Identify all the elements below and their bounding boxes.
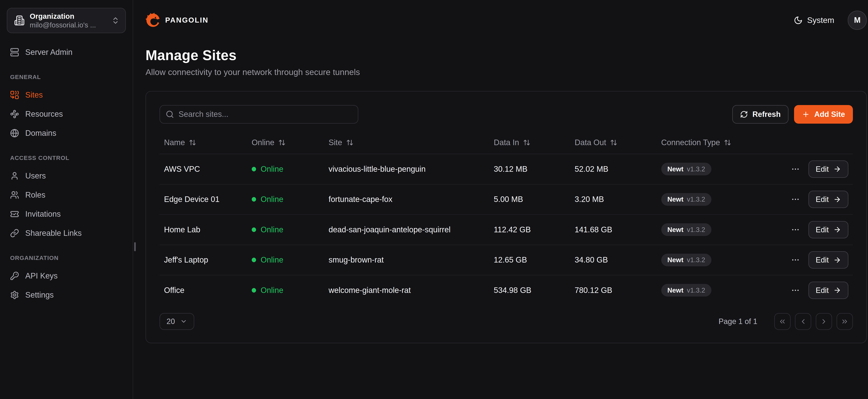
site-name-cell: AWS VPC bbox=[159, 154, 247, 184]
data-in-cell: 534.98 GB bbox=[489, 275, 570, 305]
add-site-button[interactable]: Add Site bbox=[794, 105, 853, 124]
status-badge: Online bbox=[252, 185, 320, 214]
data-in-cell: 30.12 MB bbox=[489, 154, 570, 184]
site-name-cell: Jeff's Laptop bbox=[159, 245, 247, 275]
sidebar-item-api-keys[interactable]: API Keys bbox=[7, 267, 126, 285]
chevrons-right-icon bbox=[841, 317, 848, 326]
sidebar-item-shareable-links[interactable]: Shareable Links bbox=[7, 224, 126, 242]
column-header-online[interactable]: Online bbox=[247, 131, 324, 154]
arrow-right-icon bbox=[833, 195, 841, 203]
arrow-right-icon bbox=[833, 226, 841, 234]
sidebar-item-label: Settings bbox=[25, 290, 54, 300]
sidebar-item-invitations[interactable]: Invitations bbox=[7, 205, 126, 223]
moon-icon bbox=[794, 16, 803, 25]
sidebar-resize-handle[interactable] bbox=[134, 242, 135, 251]
online-dot-icon bbox=[252, 288, 256, 293]
users-icon bbox=[10, 190, 19, 200]
ellipsis-icon bbox=[791, 286, 800, 295]
edit-button[interactable]: Edit bbox=[808, 160, 848, 178]
site-id-cell: smug-brown-rat bbox=[324, 245, 489, 275]
ellipsis-icon bbox=[791, 164, 800, 174]
sidebar-item-label: Invitations bbox=[25, 210, 61, 219]
brand-name: PANGOLIN bbox=[165, 16, 209, 24]
status-badge: Online bbox=[252, 154, 320, 184]
column-header-connection-type[interactable]: Connection Type bbox=[657, 131, 786, 154]
sites-toolbar: Refresh Add Site bbox=[159, 105, 853, 124]
connection-type-badge: Newtv1.3.2 bbox=[661, 284, 711, 297]
column-header-data-out[interactable]: Data Out bbox=[570, 131, 656, 154]
org-switcher-title: Organization bbox=[30, 12, 111, 21]
edit-button[interactable]: Edit bbox=[808, 221, 848, 238]
online-dot-icon bbox=[252, 227, 256, 232]
combine-icon bbox=[10, 90, 19, 99]
edit-button[interactable]: Edit bbox=[808, 282, 848, 299]
sidebar-item-label: Roles bbox=[25, 190, 45, 200]
table-row: AWS VPC Online vivacious-little-blue-pen… bbox=[159, 154, 853, 184]
sidebar-item-label: Sites bbox=[25, 90, 43, 99]
theme-toggle[interactable]: System bbox=[794, 16, 834, 25]
sort-icon bbox=[346, 139, 353, 146]
data-out-cell: 52.02 MB bbox=[570, 154, 656, 184]
refresh-button[interactable]: Refresh bbox=[732, 105, 788, 124]
org-switcher[interactable]: Organization milo@fossorial.io's ... bbox=[7, 8, 126, 33]
sidebar-item-domains[interactable]: Domains bbox=[7, 124, 126, 142]
column-header-name[interactable]: Name bbox=[159, 131, 247, 154]
sidebar-item-label: Server Admin bbox=[25, 48, 72, 57]
waypoints-icon bbox=[10, 110, 19, 119]
main-area: PANGOLIN System M Manage Sites Allow con… bbox=[133, 0, 868, 399]
sidebar-item-roles[interactable]: Roles bbox=[7, 186, 126, 204]
sidebar-item-settings[interactable]: Settings bbox=[7, 286, 126, 304]
status-badge: Online bbox=[252, 215, 320, 245]
plus-icon bbox=[802, 111, 810, 118]
sort-icon bbox=[523, 139, 530, 146]
refresh-icon bbox=[740, 111, 748, 118]
pagination-bar: 20 Page 1 of 1 bbox=[159, 313, 853, 330]
sidebar-item-server-admin[interactable]: Server Admin bbox=[7, 43, 126, 61]
table-header-row: Name Online Site Data In Data Out Connec… bbox=[159, 131, 853, 154]
connection-type-badge: Newtv1.3.2 bbox=[661, 163, 711, 175]
sidebar-item-label: Shareable Links bbox=[25, 229, 82, 238]
building-icon bbox=[14, 15, 25, 26]
row-menu-button[interactable] bbox=[790, 223, 801, 236]
row-menu-button[interactable] bbox=[790, 193, 801, 206]
prev-page-button[interactable] bbox=[795, 313, 811, 330]
search-input[interactable] bbox=[179, 110, 352, 119]
next-page-button[interactable] bbox=[816, 313, 832, 330]
topbar: PANGOLIN System M bbox=[133, 0, 868, 40]
row-menu-button[interactable] bbox=[790, 254, 801, 266]
brand-logo: PANGOLIN bbox=[146, 13, 209, 28]
site-id-cell: dead-san-joaquin-antelope-squirrel bbox=[324, 215, 489, 245]
page-content: Manage Sites Allow connectivity to your … bbox=[133, 40, 868, 343]
first-page-button[interactable] bbox=[774, 313, 790, 330]
table-row: Home Lab Online dead-san-joaquin-antelop… bbox=[159, 215, 853, 245]
row-menu-button[interactable] bbox=[790, 284, 801, 296]
edit-button[interactable]: Edit bbox=[808, 191, 848, 208]
data-out-cell: 780.12 GB bbox=[570, 275, 656, 305]
page-status: Page 1 of 1 bbox=[718, 317, 757, 326]
sidebar-item-users[interactable]: Users bbox=[7, 167, 126, 185]
sidebar-item-label: Domains bbox=[25, 129, 56, 138]
section-title-access-control: ACCESS CONTROL bbox=[7, 155, 126, 161]
last-page-button[interactable] bbox=[837, 313, 853, 330]
site-name-cell: Home Lab bbox=[159, 215, 247, 245]
page-size-select[interactable]: 20 bbox=[159, 313, 194, 330]
sidebar-item-resources[interactable]: Resources bbox=[7, 105, 126, 123]
avatar[interactable]: M bbox=[848, 10, 867, 30]
data-out-cell: 3.20 MB bbox=[570, 184, 656, 215]
table-row: Edge Device 01 Online fortunate-cape-fox… bbox=[159, 184, 853, 215]
section-title-general: GENERAL bbox=[7, 73, 126, 81]
sidebar-item-sites[interactable]: Sites bbox=[7, 86, 126, 104]
edit-button[interactable]: Edit bbox=[808, 251, 848, 269]
online-dot-icon bbox=[252, 167, 256, 172]
arrow-right-icon bbox=[833, 256, 841, 264]
column-header-site[interactable]: Site bbox=[324, 131, 489, 154]
row-menu-button[interactable] bbox=[790, 163, 801, 175]
sites-table: Name Online Site Data In Data Out Connec… bbox=[159, 131, 853, 305]
ticket-icon bbox=[10, 210, 19, 219]
status-badge: Online bbox=[252, 275, 320, 305]
server-icon bbox=[10, 48, 19, 57]
column-header-data-in[interactable]: Data In bbox=[489, 131, 570, 154]
org-switcher-texts: Organization milo@fossorial.io's ... bbox=[30, 12, 111, 29]
add-site-label: Add Site bbox=[814, 110, 845, 119]
search-box bbox=[159, 105, 359, 124]
